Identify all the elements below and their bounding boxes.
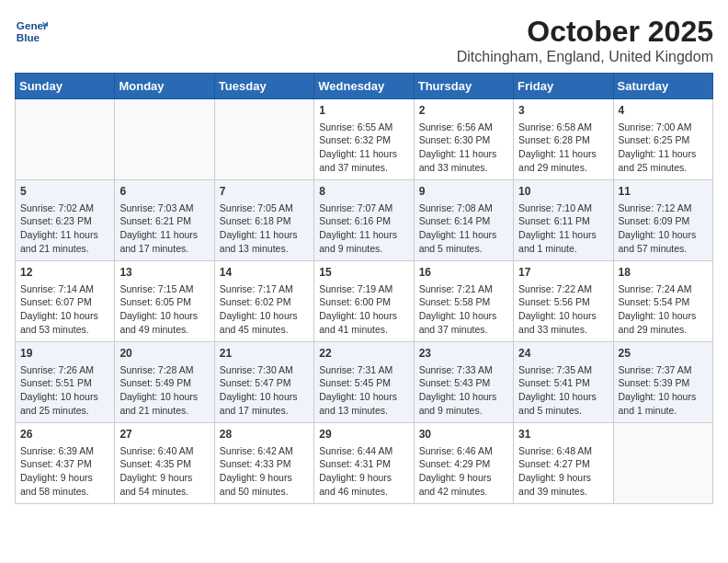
calendar-day-1: 1Sunrise: 6:55 AMSunset: 6:32 PMDaylight… <box>314 99 414 180</box>
logo: General Blue General Blue <box>15 15 48 48</box>
calendar-header-thursday: Thursday <box>414 74 513 99</box>
calendar-empty-cell <box>214 99 313 180</box>
calendar-header-sunday: Sunday <box>16 74 115 99</box>
day-info: Sunrise: 6:55 AMSunset: 6:32 PMDaylight:… <box>319 121 408 175</box>
day-number: 30 <box>419 427 508 442</box>
day-number: 16 <box>419 265 508 281</box>
day-number: 23 <box>419 346 508 362</box>
day-info: Sunrise: 7:14 AMSunset: 6:07 PMDaylight:… <box>20 282 109 337</box>
calendar-day-29: 29Sunrise: 6:44 AMSunset: 4:31 PMDayligh… <box>314 423 414 504</box>
calendar-day-7: 7Sunrise: 7:05 AMSunset: 6:18 PMDaylight… <box>214 180 313 261</box>
calendar-day-25: 25Sunrise: 7:37 AMSunset: 5:39 PMDayligh… <box>613 342 712 423</box>
calendar-header-row: SundayMondayTuesdayWednesdayThursdayFrid… <box>16 74 713 99</box>
day-info: Sunrise: 6:40 AMSunset: 4:35 PMDaylight:… <box>119 444 209 499</box>
day-info: Sunrise: 7:03 AMSunset: 6:21 PMDaylight:… <box>119 201 209 256</box>
day-number: 2 <box>419 103 508 119</box>
calendar-week-row: 19Sunrise: 7:26 AMSunset: 5:51 PMDayligh… <box>16 342 713 423</box>
calendar-day-5: 5Sunrise: 7:02 AMSunset: 6:23 PMDaylight… <box>16 180 115 261</box>
day-info: Sunrise: 7:21 AMSunset: 5:58 PMDaylight:… <box>419 282 508 337</box>
day-number: 29 <box>319 427 408 442</box>
day-number: 7 <box>220 184 309 200</box>
calendar-day-3: 3Sunrise: 6:58 AMSunset: 6:28 PMDaylight… <box>514 99 613 180</box>
title-block: October 2025 Ditchingham, England, Unite… <box>457 15 713 65</box>
day-number: 19 <box>20 346 109 362</box>
day-info: Sunrise: 7:26 AMSunset: 5:51 PMDaylight:… <box>20 363 109 418</box>
calendar-day-18: 18Sunrise: 7:24 AMSunset: 5:54 PMDayligh… <box>613 261 712 342</box>
calendar-day-15: 15Sunrise: 7:19 AMSunset: 6:00 PMDayligh… <box>314 261 414 342</box>
calendar-day-2: 2Sunrise: 6:56 AMSunset: 6:30 PMDaylight… <box>414 99 513 180</box>
page-header: General Blue General Blue October 2025 D… <box>15 15 713 65</box>
day-number: 25 <box>619 346 708 362</box>
day-info: Sunrise: 6:44 AMSunset: 4:31 PMDaylight:… <box>319 444 408 499</box>
day-info: Sunrise: 7:02 AMSunset: 6:23 PMDaylight:… <box>20 201 109 256</box>
calendar-header-wednesday: Wednesday <box>314 74 414 99</box>
day-number: 22 <box>319 346 408 362</box>
calendar-header-tuesday: Tuesday <box>214 74 313 99</box>
calendar-day-16: 16Sunrise: 7:21 AMSunset: 5:58 PMDayligh… <box>414 261 513 342</box>
day-number: 24 <box>518 346 608 362</box>
day-info: Sunrise: 7:08 AMSunset: 6:14 PMDaylight:… <box>419 201 508 256</box>
day-info: Sunrise: 7:30 AMSunset: 5:47 PMDaylight:… <box>220 363 309 418</box>
day-number: 9 <box>419 184 508 200</box>
day-info: Sunrise: 7:22 AMSunset: 5:56 PMDaylight:… <box>518 282 608 337</box>
calendar-day-10: 10Sunrise: 7:10 AMSunset: 6:11 PMDayligh… <box>514 180 613 261</box>
calendar-empty-cell <box>613 423 712 504</box>
day-info: Sunrise: 7:35 AMSunset: 5:41 PMDaylight:… <box>518 363 608 418</box>
day-number: 10 <box>518 184 608 200</box>
calendar-week-row: 1Sunrise: 6:55 AMSunset: 6:32 PMDaylight… <box>16 99 713 180</box>
day-info: Sunrise: 6:56 AMSunset: 6:30 PMDaylight:… <box>419 121 508 175</box>
svg-text:Blue: Blue <box>17 31 40 43</box>
day-number: 4 <box>619 103 708 119</box>
day-number: 20 <box>119 346 209 362</box>
calendar-header-friday: Friday <box>514 74 613 99</box>
calendar-day-24: 24Sunrise: 7:35 AMSunset: 5:41 PMDayligh… <box>514 342 613 423</box>
day-number: 27 <box>119 427 209 442</box>
calendar-header-monday: Monday <box>115 74 214 99</box>
calendar-day-13: 13Sunrise: 7:15 AMSunset: 6:05 PMDayligh… <box>115 261 214 342</box>
day-info: Sunrise: 7:17 AMSunset: 6:02 PMDaylight:… <box>220 282 309 337</box>
day-info: Sunrise: 7:37 AMSunset: 5:39 PMDaylight:… <box>619 363 708 418</box>
day-number: 17 <box>518 265 608 281</box>
calendar-day-23: 23Sunrise: 7:33 AMSunset: 5:43 PMDayligh… <box>414 342 513 423</box>
day-number: 21 <box>220 346 309 362</box>
calendar-day-11: 11Sunrise: 7:12 AMSunset: 6:09 PMDayligh… <box>613 180 712 261</box>
day-info: Sunrise: 6:42 AMSunset: 4:33 PMDaylight:… <box>220 444 309 499</box>
calendar-day-19: 19Sunrise: 7:26 AMSunset: 5:51 PMDayligh… <box>16 342 115 423</box>
calendar-day-4: 4Sunrise: 7:00 AMSunset: 6:25 PMDaylight… <box>613 99 712 180</box>
day-number: 18 <box>619 265 708 281</box>
day-number: 6 <box>119 184 209 200</box>
day-number: 26 <box>20 427 109 442</box>
day-number: 1 <box>319 103 408 119</box>
day-info: Sunrise: 7:12 AMSunset: 6:09 PMDaylight:… <box>619 201 708 256</box>
day-number: 12 <box>20 265 109 281</box>
calendar-day-17: 17Sunrise: 7:22 AMSunset: 5:56 PMDayligh… <box>514 261 613 342</box>
calendar-table: SundayMondayTuesdayWednesdayThursdayFrid… <box>15 73 713 504</box>
calendar-day-14: 14Sunrise: 7:17 AMSunset: 6:02 PMDayligh… <box>214 261 313 342</box>
day-info: Sunrise: 7:00 AMSunset: 6:25 PMDaylight:… <box>619 121 708 175</box>
day-number: 15 <box>319 265 408 281</box>
calendar-day-28: 28Sunrise: 6:42 AMSunset: 4:33 PMDayligh… <box>214 423 313 504</box>
logo-icon: General Blue <box>15 15 48 48</box>
calendar-day-31: 31Sunrise: 6:48 AMSunset: 4:27 PMDayligh… <box>514 423 613 504</box>
calendar-day-26: 26Sunrise: 6:39 AMSunset: 4:37 PMDayligh… <box>16 423 115 504</box>
day-number: 14 <box>220 265 309 281</box>
day-info: Sunrise: 7:28 AMSunset: 5:49 PMDaylight:… <box>119 363 209 418</box>
day-info: Sunrise: 6:58 AMSunset: 6:28 PMDaylight:… <box>518 121 608 175</box>
calendar-header-saturday: Saturday <box>613 74 712 99</box>
day-info: Sunrise: 6:48 AMSunset: 4:27 PMDaylight:… <box>518 444 608 499</box>
day-number: 3 <box>518 103 608 119</box>
day-info: Sunrise: 6:46 AMSunset: 4:29 PMDaylight:… <box>419 444 508 499</box>
page-subtitle: Ditchingham, England, United Kingdom <box>457 49 713 65</box>
calendar-week-row: 26Sunrise: 6:39 AMSunset: 4:37 PMDayligh… <box>16 423 713 504</box>
calendar-day-12: 12Sunrise: 7:14 AMSunset: 6:07 PMDayligh… <box>16 261 115 342</box>
calendar-week-row: 12Sunrise: 7:14 AMSunset: 6:07 PMDayligh… <box>16 261 713 342</box>
calendar-empty-cell <box>115 99 214 180</box>
day-number: 8 <box>319 184 408 200</box>
calendar-day-21: 21Sunrise: 7:30 AMSunset: 5:47 PMDayligh… <box>214 342 313 423</box>
day-info: Sunrise: 7:31 AMSunset: 5:45 PMDaylight:… <box>319 363 408 418</box>
calendar-day-22: 22Sunrise: 7:31 AMSunset: 5:45 PMDayligh… <box>314 342 414 423</box>
day-number: 28 <box>220 427 309 442</box>
day-info: Sunrise: 7:24 AMSunset: 5:54 PMDaylight:… <box>619 282 708 337</box>
calendar-day-30: 30Sunrise: 6:46 AMSunset: 4:29 PMDayligh… <box>414 423 513 504</box>
calendar-day-20: 20Sunrise: 7:28 AMSunset: 5:49 PMDayligh… <box>115 342 214 423</box>
